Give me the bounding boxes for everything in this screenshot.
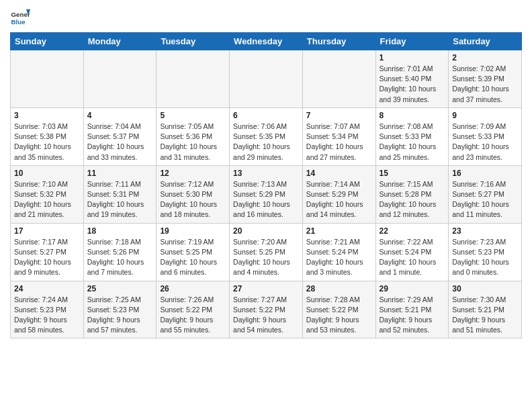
day-number: 18 (87, 226, 153, 236)
day-info: Sunrise: 7:14 AM Sunset: 5:29 PM Dayligh… (306, 179, 372, 220)
day-number: 21 (306, 226, 372, 236)
svg-text:Blue: Blue (11, 18, 26, 26)
calendar-week-row: 24Sunrise: 7:24 AM Sunset: 5:23 PM Dayli… (11, 281, 522, 338)
calendar-cell: 27Sunrise: 7:27 AM Sunset: 5:22 PM Dayli… (230, 281, 303, 338)
day-number: 20 (233, 226, 299, 236)
day-number: 8 (380, 111, 445, 120)
weekday-header: Friday (375, 33, 449, 50)
calendar-week-row: 1Sunrise: 7:01 AM Sunset: 5:40 PM Daylig… (11, 50, 522, 108)
logo-icon: General Blue (10, 7, 30, 27)
day-info: Sunrise: 7:30 AM Sunset: 5:21 PM Dayligh… (452, 295, 518, 336)
calendar-cell: 25Sunrise: 7:25 AM Sunset: 5:23 PM Dayli… (83, 281, 157, 338)
day-number: 5 (160, 111, 226, 120)
calendar-cell: 24Sunrise: 7:24 AM Sunset: 5:23 PM Dayli… (11, 281, 84, 338)
calendar-cell: 9Sunrise: 7:09 AM Sunset: 5:33 PM Daylig… (449, 107, 522, 165)
calendar-week-row: 3Sunrise: 7:03 AM Sunset: 5:38 PM Daylig… (11, 107, 522, 165)
day-number: 29 (380, 284, 445, 293)
calendar-cell: 13Sunrise: 7:13 AM Sunset: 5:29 PM Dayli… (230, 165, 303, 223)
day-number: 12 (160, 169, 226, 178)
calendar-cell: 2Sunrise: 7:02 AM Sunset: 5:39 PM Daylig… (449, 50, 522, 108)
day-info: Sunrise: 7:19 AM Sunset: 5:25 PM Dayligh… (160, 237, 226, 278)
day-number: 11 (87, 169, 153, 178)
day-info: Sunrise: 7:26 AM Sunset: 5:22 PM Dayligh… (160, 295, 226, 336)
day-number: 13 (233, 169, 299, 178)
day-number: 6 (233, 111, 299, 120)
day-info: Sunrise: 7:07 AM Sunset: 5:34 PM Dayligh… (306, 122, 372, 163)
calendar-cell: 14Sunrise: 7:14 AM Sunset: 5:29 PM Dayli… (302, 165, 375, 223)
weekday-header: Saturday (449, 33, 522, 50)
day-number: 1 (380, 53, 445, 62)
calendar-cell: 5Sunrise: 7:05 AM Sunset: 5:36 PM Daylig… (157, 107, 230, 165)
calendar-cell: 10Sunrise: 7:10 AM Sunset: 5:32 PM Dayli… (11, 165, 84, 223)
day-number: 7 (306, 111, 372, 120)
calendar-cell: 1Sunrise: 7:01 AM Sunset: 5:40 PM Daylig… (375, 50, 449, 108)
day-number: 28 (306, 284, 372, 293)
day-info: Sunrise: 7:11 AM Sunset: 5:31 PM Dayligh… (87, 179, 153, 220)
day-info: Sunrise: 7:05 AM Sunset: 5:36 PM Dayligh… (160, 122, 226, 163)
day-number: 2 (452, 53, 518, 62)
weekday-header: Sunday (11, 33, 84, 50)
calendar-cell: 11Sunrise: 7:11 AM Sunset: 5:31 PM Dayli… (83, 165, 157, 223)
calendar-week-row: 17Sunrise: 7:17 AM Sunset: 5:27 PM Dayli… (11, 223, 522, 281)
calendar-cell: 12Sunrise: 7:12 AM Sunset: 5:30 PM Dayli… (157, 165, 230, 223)
calendar-cell (302, 50, 375, 108)
day-info: Sunrise: 7:20 AM Sunset: 5:25 PM Dayligh… (233, 237, 299, 278)
day-number: 14 (306, 169, 372, 178)
day-number: 17 (14, 226, 80, 236)
calendar-cell: 18Sunrise: 7:18 AM Sunset: 5:26 PM Dayli… (83, 223, 157, 281)
day-number: 24 (14, 284, 80, 293)
day-info: Sunrise: 7:15 AM Sunset: 5:28 PM Dayligh… (380, 179, 445, 220)
day-info: Sunrise: 7:17 AM Sunset: 5:27 PM Dayligh… (14, 237, 80, 278)
calendar-cell: 7Sunrise: 7:07 AM Sunset: 5:34 PM Daylig… (302, 107, 375, 165)
calendar-cell: 4Sunrise: 7:04 AM Sunset: 5:37 PM Daylig… (83, 107, 157, 165)
calendar-cell: 16Sunrise: 7:16 AM Sunset: 5:27 PM Dayli… (449, 165, 522, 223)
calendar-cell: 23Sunrise: 7:23 AM Sunset: 5:23 PM Dayli… (449, 223, 522, 281)
calendar-cell: 19Sunrise: 7:19 AM Sunset: 5:25 PM Dayli… (157, 223, 230, 281)
day-number: 22 (380, 226, 445, 236)
calendar-cell: 6Sunrise: 7:06 AM Sunset: 5:35 PM Daylig… (230, 107, 303, 165)
day-info: Sunrise: 7:03 AM Sunset: 5:38 PM Dayligh… (14, 122, 80, 163)
day-info: Sunrise: 7:22 AM Sunset: 5:24 PM Dayligh… (380, 237, 445, 278)
day-info: Sunrise: 7:12 AM Sunset: 5:30 PM Dayligh… (160, 179, 226, 220)
calendar-cell: 22Sunrise: 7:22 AM Sunset: 5:24 PM Dayli… (375, 223, 449, 281)
day-number: 25 (87, 284, 153, 293)
calendar-cell: 28Sunrise: 7:28 AM Sunset: 5:22 PM Dayli… (302, 281, 375, 338)
calendar-table: SundayMondayTuesdayWednesdayThursdayFrid… (10, 32, 522, 338)
calendar-cell: 29Sunrise: 7:29 AM Sunset: 5:21 PM Dayli… (375, 281, 449, 338)
day-info: Sunrise: 7:28 AM Sunset: 5:22 PM Dayligh… (306, 295, 372, 336)
day-info: Sunrise: 7:21 AM Sunset: 5:24 PM Dayligh… (306, 237, 372, 278)
day-number: 23 (452, 226, 518, 236)
calendar-cell: 20Sunrise: 7:20 AM Sunset: 5:25 PM Dayli… (230, 223, 303, 281)
weekday-header: Thursday (302, 33, 375, 50)
day-info: Sunrise: 7:10 AM Sunset: 5:32 PM Dayligh… (14, 179, 80, 220)
day-number: 16 (452, 169, 518, 178)
calendar-cell (11, 50, 84, 108)
calendar-week-row: 10Sunrise: 7:10 AM Sunset: 5:32 PM Dayli… (11, 165, 522, 223)
day-info: Sunrise: 7:04 AM Sunset: 5:37 PM Dayligh… (87, 122, 153, 163)
day-info: Sunrise: 7:16 AM Sunset: 5:27 PM Dayligh… (452, 179, 518, 220)
calendar-cell: 30Sunrise: 7:30 AM Sunset: 5:21 PM Dayli… (449, 281, 522, 338)
calendar-cell: 26Sunrise: 7:26 AM Sunset: 5:22 PM Dayli… (157, 281, 230, 338)
day-info: Sunrise: 7:02 AM Sunset: 5:39 PM Dayligh… (452, 64, 518, 105)
weekday-header: Monday (83, 33, 157, 50)
calendar-header-row: SundayMondayTuesdayWednesdayThursdayFrid… (11, 33, 522, 50)
day-number: 10 (14, 169, 80, 178)
calendar-cell (157, 50, 230, 108)
calendar-cell: 17Sunrise: 7:17 AM Sunset: 5:27 PM Dayli… (11, 223, 84, 281)
day-info: Sunrise: 7:24 AM Sunset: 5:23 PM Dayligh… (14, 295, 80, 336)
day-number: 30 (452, 284, 518, 293)
day-info: Sunrise: 7:09 AM Sunset: 5:33 PM Dayligh… (452, 122, 518, 163)
calendar-cell: 15Sunrise: 7:15 AM Sunset: 5:28 PM Dayli… (375, 165, 449, 223)
calendar-cell: 8Sunrise: 7:08 AM Sunset: 5:33 PM Daylig… (375, 107, 449, 165)
day-info: Sunrise: 7:18 AM Sunset: 5:26 PM Dayligh… (87, 237, 153, 278)
calendar-cell (83, 50, 157, 108)
day-number: 26 (160, 284, 226, 293)
calendar-cell: 21Sunrise: 7:21 AM Sunset: 5:24 PM Dayli… (302, 223, 375, 281)
day-number: 4 (87, 111, 153, 120)
day-info: Sunrise: 7:29 AM Sunset: 5:21 PM Dayligh… (380, 295, 445, 336)
day-info: Sunrise: 7:13 AM Sunset: 5:29 PM Dayligh… (233, 179, 299, 220)
day-number: 15 (380, 169, 445, 178)
day-number: 27 (233, 284, 299, 293)
weekday-header: Tuesday (157, 33, 230, 50)
day-number: 19 (160, 226, 226, 236)
